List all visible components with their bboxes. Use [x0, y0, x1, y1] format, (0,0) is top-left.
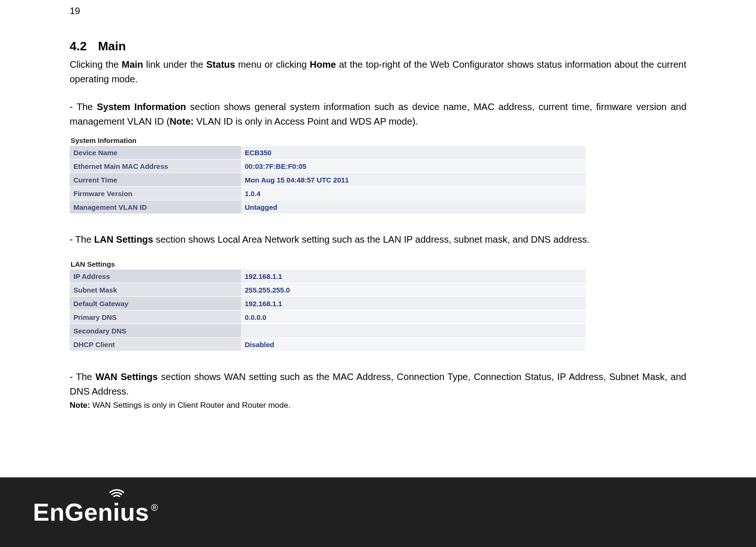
cell-value: 192.168.1.1	[241, 270, 586, 283]
wifi-icon	[106, 490, 127, 500]
sysinfo-bullet: - The System Information section shows g…	[70, 100, 686, 129]
cell-label: Current Time	[70, 173, 241, 187]
cell-label: Management VLAN ID	[70, 200, 241, 214]
cell-label: Firmware Version	[70, 187, 241, 200]
wifi-arc	[106, 489, 128, 500]
text-bold: System Information	[97, 102, 186, 112]
page-number: 19	[70, 6, 686, 16]
lan-settings-table-wrap: LAN Settings IP Address192.168.1.1 Subne…	[70, 260, 586, 351]
engenius-logo: EnGen i us®	[33, 500, 158, 524]
heading-number: 4.2	[70, 39, 87, 54]
table-row: Secondary DNS	[70, 324, 586, 338]
lan-settings-table: IP Address192.168.1.1 Subnet Mask255.255…	[70, 269, 586, 351]
table-row: Subnet Mask255.255.255.0	[70, 283, 586, 297]
wan-bullet: - The WAN Settings section shows WAN set…	[70, 370, 686, 399]
text-bold: Main	[121, 59, 143, 70]
table-row: DHCP ClientDisabled	[70, 338, 586, 351]
text-run: section shows WAN setting such as the MA…	[70, 372, 686, 396]
registered-mark: ®	[151, 502, 158, 513]
table-row: Current TimeMon Aug 15 04:48:57 UTC 2011	[70, 173, 586, 187]
cell-label: Ethernet Main MAC Address	[70, 159, 241, 173]
cell-value: 255.255.255.0	[241, 283, 586, 297]
text-bold: LAN Settings	[94, 234, 153, 245]
table-row: Device NameECB350	[70, 146, 586, 159]
text-run: menu or clicking	[235, 59, 310, 70]
text-bold: Status	[206, 59, 235, 70]
heading-title: Main	[98, 39, 126, 53]
cell-value	[241, 324, 586, 338]
cell-value: Disabled	[241, 338, 586, 351]
text-run: Clicking the	[70, 59, 121, 70]
cell-label: Secondary DNS	[70, 324, 241, 338]
cell-value: 0.0.0.0	[241, 310, 586, 324]
cell-value: Untagged	[241, 200, 586, 214]
table-row: Default Gateway192.168.1.1	[70, 297, 586, 310]
cell-label: DHCP Client	[70, 338, 241, 351]
text-bold: Note:	[70, 401, 90, 410]
cell-label: IP Address	[70, 270, 241, 283]
cell-value: Mon Aug 15 04:48:57 UTC 2011	[241, 173, 586, 187]
logo-i: i	[113, 499, 120, 526]
text-bold: Home	[310, 59, 336, 70]
table-row: Firmware Version1.0.4	[70, 187, 586, 200]
text-run: VLAN ID is only in Access Point and WDS …	[193, 116, 418, 127]
text-bold: WAN Settings	[96, 372, 158, 382]
text-run: link under the	[143, 59, 206, 70]
text-run: - The	[70, 234, 94, 245]
document-page: 19 4.2Main Clicking the Main link under …	[0, 0, 756, 547]
cell-value: ECB350	[241, 146, 586, 159]
lan-bullet: - The LAN Settings section shows Local A…	[70, 232, 686, 247]
cell-value: 00:03:7F:BE:F0:05	[241, 159, 586, 173]
section-heading: 4.2Main	[70, 39, 686, 54]
table-row: Ethernet Main MAC Address00:03:7F:BE:F0:…	[70, 159, 586, 173]
cell-value: 192.168.1.1	[241, 297, 586, 310]
text-run: WAN Settings is only in Client Router an…	[90, 401, 290, 410]
logo-i-wrapper: i	[113, 500, 120, 524]
cell-label: Subnet Mask	[70, 283, 241, 297]
text-run: - The	[70, 372, 96, 382]
text-run: section shows Local Area Network setting…	[153, 234, 589, 245]
cell-label: Primary DNS	[70, 310, 241, 324]
logo-text-post: us	[120, 500, 149, 524]
system-information-table: Device NameECB350 Ethernet Main MAC Addr…	[70, 145, 586, 214]
table-row: Primary DNS0.0.0.0	[70, 310, 586, 324]
content-area: 19 4.2Main Clicking the Main link under …	[70, 6, 686, 410]
text-bold: Note:	[169, 116, 193, 127]
footer-bar: EnGen i us®	[0, 477, 756, 547]
table-caption: System Information	[71, 136, 586, 144]
logo-text-pre: EnGen	[33, 500, 113, 524]
system-information-table-wrap: System Information Device NameECB350 Eth…	[70, 136, 586, 214]
cell-label: Device Name	[70, 146, 241, 159]
table-caption: LAN Settings	[71, 260, 586, 268]
cell-label: Default Gateway	[70, 297, 241, 310]
intro-paragraph: Clicking the Main link under the Status …	[70, 57, 686, 87]
cell-value: 1.0.4	[241, 187, 586, 200]
wan-note: Note: WAN Settings is only in Client Rou…	[70, 401, 686, 410]
table-row: Management VLAN IDUntagged	[70, 200, 586, 214]
text-run: - The	[70, 102, 97, 112]
table-row: IP Address192.168.1.1	[70, 270, 586, 283]
